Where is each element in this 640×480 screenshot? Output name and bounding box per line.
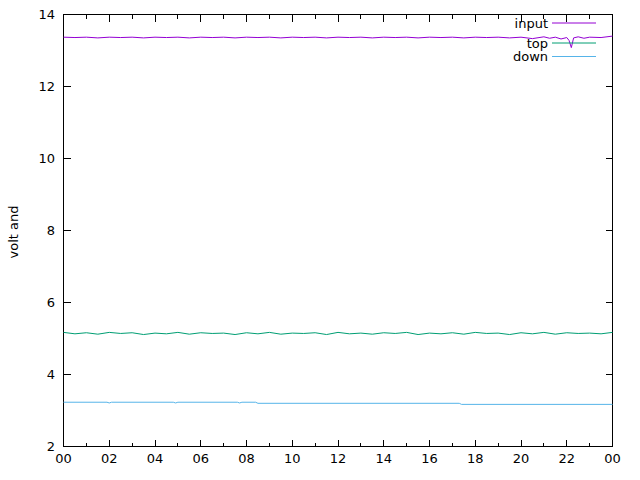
x-tick-label: 20 <box>513 451 530 466</box>
legend-label-input: input <box>515 16 548 31</box>
x-tick-label: 16 <box>421 451 438 466</box>
x-tick-label: 10 <box>284 451 301 466</box>
y-tick-label: 2 <box>47 439 55 454</box>
series-line-down <box>64 402 613 404</box>
x-tick-label: 00 <box>55 451 72 466</box>
chart-figure: volt and 0002040608101214161820220024681… <box>0 0 640 480</box>
x-tick-label: 06 <box>192 451 209 466</box>
y-tick-label: 8 <box>47 223 55 238</box>
y-axis-title: volt and <box>6 206 21 259</box>
legend-label-down: down <box>513 49 548 64</box>
x-tick-label: 12 <box>330 451 347 466</box>
x-tick-label: 14 <box>375 451 392 466</box>
x-tick-label: 18 <box>467 451 484 466</box>
x-tick-label: 22 <box>558 451 575 466</box>
x-tick-label: 04 <box>147 451 164 466</box>
plot-canvas: 000204060810121416182022002468101214inpu… <box>0 0 640 480</box>
y-tick-label: 14 <box>38 7 55 22</box>
y-tick-label: 6 <box>47 295 55 310</box>
y-tick-label: 10 <box>38 151 55 166</box>
x-tick-label: 08 <box>238 451 255 466</box>
plot-border <box>64 15 613 447</box>
x-tick-label: 02 <box>101 451 118 466</box>
y-tick-label: 12 <box>38 79 55 94</box>
series-line-top <box>64 332 613 334</box>
y-tick-label: 4 <box>47 367 55 382</box>
x-tick-label: 00 <box>604 451 621 466</box>
